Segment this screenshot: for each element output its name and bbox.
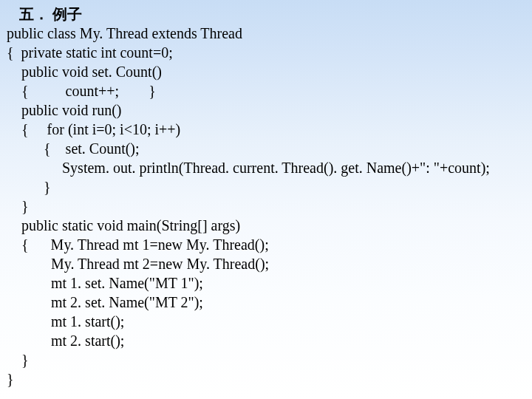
code-line: } xyxy=(3,197,532,216)
code-block: public class My. Thread extends Thread {… xyxy=(3,24,532,389)
code-line: { set. Count(); xyxy=(3,139,532,158)
code-line: public class My. Thread extends Thread xyxy=(3,24,532,43)
code-line: public void set. Count() xyxy=(3,62,532,81)
code-line: { My. Thread mt 1=new My. Thread(); xyxy=(3,235,532,254)
code-line: public void run() xyxy=(3,100,532,120)
code-line: mt 1. start(); xyxy=(3,312,532,331)
code-line: mt 1. set. Name("MT 1"); xyxy=(3,273,532,293)
code-line: My. Thread mt 2=new My. Thread(); xyxy=(3,254,532,273)
code-line: public static void main(String[] args) xyxy=(3,216,532,235)
code-line: } xyxy=(3,350,532,369)
code-line: { count++; } xyxy=(3,81,532,100)
code-line: { private static int count=0; xyxy=(3,43,532,62)
code-line: System. out. println(Thread. current. Th… xyxy=(3,158,532,177)
code-line: } xyxy=(3,177,532,197)
code-line: mt 2. set. Name("MT 2"); xyxy=(3,293,532,312)
code-line: { for (int i=0; i<10; i++) xyxy=(3,120,532,139)
code-line: mt 2. start(); xyxy=(3,331,532,350)
slide-heading: 五． 例子 xyxy=(3,4,532,24)
code-line: } xyxy=(3,369,532,389)
